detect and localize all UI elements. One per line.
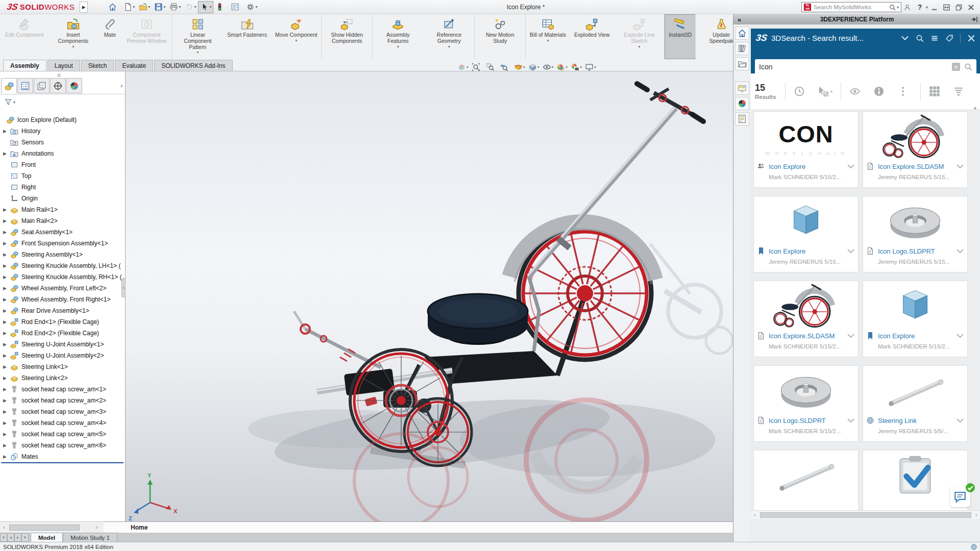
quick-tool-button[interactable]: ▾ — [106, 1, 121, 13]
ribbon-button[interactable]: Instant3D▾ — [665, 14, 696, 59]
result-thumbnail[interactable] — [865, 367, 965, 415]
dropdown-caret-icon[interactable]: ▾ — [209, 5, 211, 9]
collapse-panel-icon[interactable]: « — [738, 16, 741, 23]
tree-item[interactable]: ▶Sensors — [0, 137, 125, 148]
result-expand-icon[interactable] — [847, 418, 855, 423]
cascade-button[interactable] — [952, 2, 965, 13]
quick-tool-button[interactable]: ▾ — [244, 1, 259, 13]
header-tool-icon[interactable] — [916, 34, 924, 43]
feature-panel-tab[interactable] — [50, 78, 66, 93]
tree-item[interactable]: ▶Front — [0, 159, 125, 170]
expand-arrow-icon[interactable]: ▶ — [3, 129, 10, 134]
tree-item[interactable]: ▶Mates — [0, 451, 125, 462]
motion-study-tab[interactable]: Motion Study 1 — [63, 533, 117, 542]
expand-arrow-icon[interactable]: ▶ — [3, 387, 10, 392]
result-title-link[interactable]: Icon Logo.SLDPRT — [878, 247, 956, 255]
panel-tabs-overflow-icon[interactable]: › — [120, 82, 122, 89]
result-expand-icon[interactable] — [956, 418, 964, 423]
expand-arrow-icon[interactable]: ▶ — [3, 409, 10, 414]
dropdown-caret-icon[interactable]: ▾ — [295, 39, 297, 43]
result-title-link[interactable]: Icon Logo.SLDPRT — [769, 417, 847, 424]
dropdown-caret-icon[interactable]: ▾ — [255, 5, 257, 9]
header-tool-icon[interactable] — [960, 34, 961, 43]
task-pane-tab[interactable] — [735, 112, 749, 126]
expand-arrow-icon[interactable]: ▶ — [3, 364, 10, 369]
ribbon-button[interactable]: Linear Component Pattern▾ — [172, 14, 223, 59]
tree-item[interactable]: ▶Steering Assembly<1> — [0, 249, 125, 260]
result-thumbnail[interactable] — [756, 197, 856, 245]
expand-arrow-icon[interactable]: ▶ — [3, 398, 10, 403]
tree-filter[interactable]: ▾ — [4, 98, 15, 106]
ribbon-button[interactable]: Show Hidden Components▾ — [322, 14, 373, 59]
result-expand-icon[interactable] — [956, 333, 964, 338]
tree-item[interactable]: ▶Right — [0, 182, 125, 193]
header-tool-icon[interactable] — [945, 34, 953, 43]
task-pane-tab[interactable] — [735, 97, 749, 110]
header-tool-icon[interactable] — [967, 34, 975, 43]
panel-splitter-handle[interactable]: ‹ — [121, 278, 126, 297]
tree-item[interactable]: ▶socket head cap screw_am<4> — [0, 417, 125, 429]
heads-up-button[interactable]: ▾ — [527, 61, 541, 72]
command-tab[interactable]: Layout — [47, 60, 80, 71]
expand-arrow-icon[interactable]: ▶ — [3, 241, 10, 246]
tree-item[interactable]: ▶Steering U-Joint Assembly<2> — [0, 350, 125, 361]
expand-arrow-icon[interactable]: ▶ — [3, 297, 10, 302]
tree-item[interactable]: ▶Main Rail<2> — [0, 215, 125, 227]
result-expand-icon[interactable] — [847, 164, 855, 169]
tab-scroll-first-icon[interactable]: ⏴ — [0, 533, 7, 542]
task-pane-tab[interactable] — [735, 82, 749, 95]
ribbon-button[interactable]: Exploded View▾ — [570, 14, 614, 59]
dropdown-caret-icon[interactable]: ▾ — [580, 65, 582, 69]
tree-item[interactable]: ▶Rod End<2> (Flexible Cage) — [0, 328, 125, 339]
tree-item[interactable]: ▶Icon Explore (Default) — [0, 114, 125, 126]
result-expand-icon[interactable] — [956, 248, 964, 254]
quick-tool-button[interactable]: ▾ — [229, 1, 244, 13]
tree-item[interactable]: ▶Seat Assembly<1> — [0, 227, 125, 238]
tree-item[interactable]: ▶Front Suspension Assembly<1> — [0, 238, 125, 249]
result-card[interactable]: Icon Explore Mark SCHNEIDER 5/15/2... — [863, 281, 968, 357]
quick-tool-button[interactable]: ▾ — [137, 1, 152, 13]
result-expand-icon[interactable] — [847, 333, 855, 338]
ribbon-button[interactable]: Component Preview Window▾ — [121, 14, 172, 59]
messaging-widget[interactable] — [950, 483, 976, 509]
quick-tool-button[interactable]: ▾ — [167, 1, 183, 13]
scroll-left-icon[interactable]: ‹ — [751, 512, 759, 518]
expand-arrow-icon[interactable]: ▶ — [3, 252, 10, 257]
dropdown-caret-icon[interactable]: ▾ — [566, 65, 568, 69]
ribbon-button[interactable]: Explode Line Sketch▾ — [614, 14, 665, 59]
result-card[interactable]: Icon Explore.SLDASM Jeremy REGNERUS 5/15… — [863, 111, 968, 188]
ribbon-button[interactable]: Move Component▾ — [271, 14, 322, 59]
expand-arrow-icon[interactable]: ▶ — [3, 151, 10, 156]
model-tab[interactable]: Model — [31, 533, 63, 542]
results-tool-icon[interactable]: ▾ — [818, 86, 832, 97]
tree-horizontal-scrollbar[interactable]: ‹ › — [0, 521, 104, 533]
tree-item[interactable]: ▶Wheel Assembly, Front Right<1> — [0, 294, 125, 305]
results-tool-icon[interactable]: ▾ — [841, 83, 841, 100]
dropdown-caret-icon[interactable]: ▾ — [552, 65, 554, 69]
expand-arrow-icon[interactable]: ▶ — [3, 308, 10, 313]
heads-up-button[interactable]: ▾ — [541, 61, 555, 72]
ribbon-button[interactable]: Bill of Materials▾ — [526, 14, 570, 59]
ribbon-button[interactable]: Mate▾ — [99, 14, 121, 59]
result-thumbnail[interactable] — [756, 113, 856, 161]
quick-tool-button[interactable]: ▾ — [213, 1, 229, 13]
results-tool-icon[interactable]: ▾ — [897, 86, 912, 97]
result-thumbnail[interactable] — [865, 113, 965, 161]
result-card[interactable]: Icon Explore.SLDASM Mark SCHNEIDER 5/15/… — [753, 281, 859, 357]
result-thumbnail[interactable] — [865, 282, 965, 330]
panel-grip-icon[interactable] — [57, 73, 61, 77]
result-card[interactable]: Icon Logo.SLDPRT Jeremy REGNERUS 5/15... — [863, 196, 968, 272]
search-icon[interactable] — [964, 63, 972, 71]
dropdown-caret-icon[interactable]: ▾ — [194, 5, 196, 9]
heads-up-button[interactable]: ▾ — [512, 61, 527, 72]
dropdown-caret-icon[interactable]: ▾ — [594, 65, 596, 69]
expand-arrow-icon[interactable]: ▶ — [3, 443, 10, 448]
result-thumbnail[interactable] — [865, 197, 965, 245]
result-title-link[interactable]: Steering Link — [878, 417, 956, 424]
tree-item[interactable]: ▶socket head cap screw_am<6> — [0, 440, 125, 451]
results-tool-icon[interactable]: ▾ — [929, 86, 944, 97]
result-thumbnail[interactable] — [756, 452, 856, 499]
3dsearch-input[interactable]: Icon ✕ — [755, 59, 976, 74]
tree-item[interactable]: ▶Top — [0, 170, 125, 182]
connection-status-icon[interactable] — [970, 543, 977, 550]
